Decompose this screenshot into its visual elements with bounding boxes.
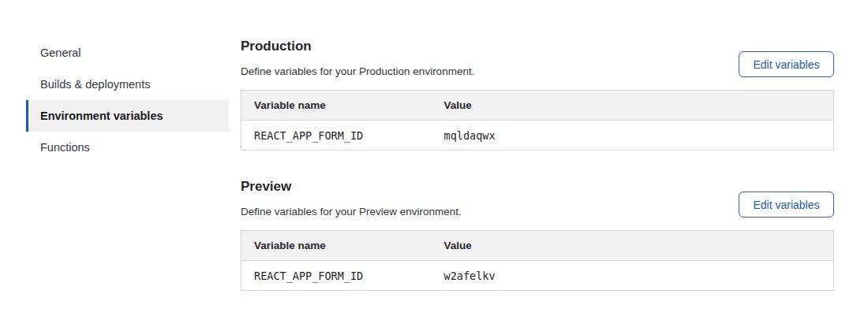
sidebar-item-functions[interactable]: Functions (26, 132, 229, 163)
settings-sidebar: General Builds & deployments Environment… (26, 37, 229, 163)
variable-name-cell: REACT_APP_FORM_ID (241, 261, 432, 291)
variable-name-cell: REACT_APP_FORM_ID (241, 121, 432, 151)
preview-variables-table: Variable name Value REACT_APP_FORM_ID w2… (241, 230, 834, 291)
variable-value-cell: mqldaqwx (432, 121, 834, 151)
column-header-value: Value (432, 91, 834, 121)
edit-variables-button-production[interactable]: Edit variables (739, 51, 834, 77)
production-section: Production Define variables for your Pro… (241, 39, 834, 151)
sidebar-item-general[interactable]: General (26, 37, 229, 69)
table-header-row: Variable name Value (241, 91, 834, 121)
column-header-value: Value (432, 231, 834, 261)
sidebar-item-label: General (40, 46, 81, 59)
settings-page: General Builds & deployments Environment… (0, 0, 868, 331)
table-header-row: Variable name Value (241, 231, 834, 261)
sidebar-item-label: Functions (40, 141, 90, 154)
column-header-variable-name: Variable name (241, 91, 432, 121)
table-row: REACT_APP_FORM_ID w2afelkv (241, 261, 834, 291)
table-row: REACT_APP_FORM_ID mqldaqwx (241, 121, 834, 151)
sidebar-item-label: Environment variables (40, 110, 163, 122)
sidebar-item-environment-variables[interactable]: Environment variables (26, 100, 229, 132)
production-variables-table: Variable name Value REACT_APP_FORM_ID mq… (241, 90, 834, 151)
sidebar-item-label: Builds & deployments (40, 78, 150, 91)
edit-variables-button-preview[interactable]: Edit variables (739, 192, 834, 218)
variable-value-cell: w2afelkv (432, 261, 834, 291)
sidebar-item-builds-deployments[interactable]: Builds & deployments (26, 69, 229, 100)
column-header-variable-name: Variable name (241, 231, 432, 261)
preview-section: Preview Define variables for your Previe… (241, 179, 834, 291)
